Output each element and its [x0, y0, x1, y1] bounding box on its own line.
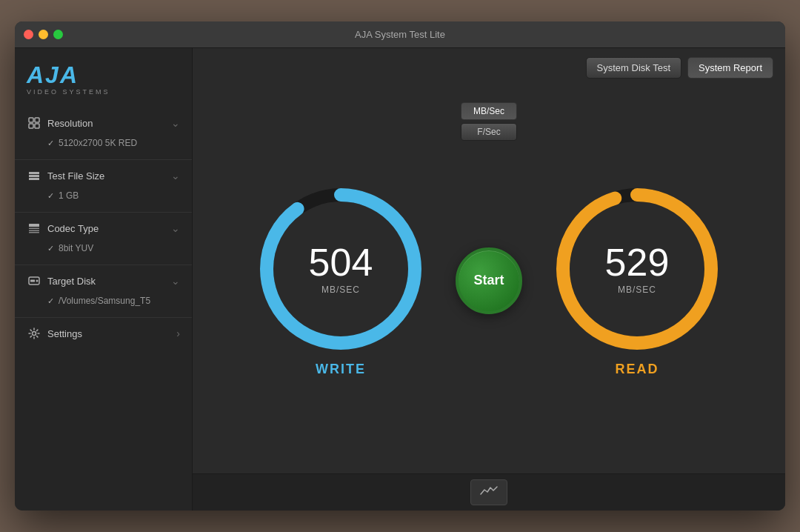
gauges-area: MB/Sec F/Sec 504 MB/SEC — [193, 87, 785, 473]
start-button-container: Start — [456, 247, 522, 314]
start-button[interactable]: Start — [456, 247, 522, 314]
svg-rect-10 — [29, 232, 39, 233]
sidebar-item-filesize[interactable]: Test File Size ⌄ — [15, 163, 192, 188]
sidebar-section-codec: Codec Type ⌄ ✓ 8bit YUV — [15, 216, 192, 262]
divider-2 — [15, 212, 192, 213]
svg-rect-7 — [29, 224, 39, 227]
read-gauge-container: 529 MB/SEC READ — [552, 184, 722, 377]
logo-area: AJA VIDEO SYSTEMS — [15, 57, 192, 110]
filesize-icon — [27, 168, 41, 183]
write-unit: MB/SEC — [321, 285, 360, 295]
read-gauge-ring: 529 MB/SEC — [552, 184, 722, 354]
divider-3 — [15, 265, 192, 265]
f-sec-button[interactable]: F/Sec — [461, 123, 517, 141]
disk-value-row: ✓ /Volumes/Samsung_T5 — [15, 293, 192, 311]
disk-check: ✓ — [47, 296, 54, 306]
svg-rect-6 — [29, 178, 39, 180]
sidebar-section-settings: Settings › — [15, 321, 192, 349]
app-window: AJA System Test Lite AJA VIDEO SYSTEMS — [15, 21, 785, 511]
write-gauge-container: 504 MB/SEC WRITE — [256, 184, 426, 377]
sidebar-item-codec[interactable]: Codec Type ⌄ — [15, 216, 192, 241]
write-gauge-ring: 504 MB/SEC — [256, 184, 426, 354]
divider-1 — [15, 159, 192, 160]
codec-chevron: ⌄ — [171, 222, 180, 234]
minimize-button[interactable] — [39, 30, 48, 39]
chart-button[interactable] — [470, 479, 507, 505]
disk-label: Target Disk — [47, 276, 171, 287]
fullscreen-button[interactable] — [53, 30, 63, 39]
disk-chevron: ⌄ — [171, 275, 180, 287]
unit-buttons: MB/Sec F/Sec — [461, 102, 517, 141]
codec-check: ✓ — [47, 244, 54, 253]
resolution-value-row: ✓ 5120x2700 5K RED — [15, 136, 192, 153]
svg-point-14 — [33, 332, 36, 336]
filesize-chevron: ⌄ — [171, 170, 180, 182]
resolution-icon — [27, 116, 41, 130]
svg-rect-4 — [29, 172, 39, 174]
aja-logo: AJA VIDEO SYSTEMS — [27, 63, 180, 96]
sidebar-section-disk: Target Disk ⌄ ✓ /Volumes/Samsung_T5 — [15, 268, 192, 314]
write-label: WRITE — [316, 362, 366, 377]
app-content: AJA VIDEO SYSTEMS Resolution — [15, 48, 785, 511]
sidebar-item-disk[interactable]: Target Disk ⌄ — [15, 268, 192, 293]
mb-sec-button[interactable]: MB/Sec — [461, 102, 517, 120]
codec-icon — [27, 221, 41, 236]
sidebar-item-resolution[interactable]: Resolution ⌄ — [15, 110, 192, 136]
resolution-chevron: ⌄ — [171, 117, 180, 129]
read-value: 529 — [605, 243, 670, 282]
svg-rect-0 — [29, 118, 33, 122]
svg-rect-8 — [29, 228, 39, 230]
write-gauge-center: 504 MB/SEC — [309, 243, 373, 295]
svg-rect-13 — [30, 280, 35, 282]
codec-label: Codec Type — [47, 223, 171, 234]
codec-value-row: ✓ 8bit YUV — [15, 241, 192, 259]
traffic-lights — [24, 30, 63, 39]
filesize-value-row: ✓ 1 GB — [15, 188, 192, 206]
settings-chevron: › — [176, 327, 180, 339]
sidebar: AJA VIDEO SYSTEMS Resolution — [15, 48, 193, 511]
codec-value: 8bit YUV — [59, 243, 93, 253]
window-title: AJA System Test Lite — [355, 29, 445, 40]
svg-rect-1 — [35, 118, 39, 122]
sidebar-item-settings[interactable]: Settings › — [15, 321, 192, 346]
system-report-button[interactable]: System Report — [687, 57, 773, 79]
svg-rect-2 — [29, 124, 33, 128]
read-label: READ — [615, 362, 659, 377]
resolution-value: 5120x2700 5K RED — [59, 138, 137, 148]
svg-rect-5 — [29, 175, 39, 177]
svg-rect-3 — [35, 124, 39, 128]
aja-logo-text: AJA — [27, 63, 180, 87]
sidebar-section-filesize: Test File Size ⌄ ✓ 1 GB — [15, 163, 192, 209]
resolution-label: Resolution — [47, 118, 171, 129]
gauges-row: 504 MB/SEC WRITE Start — [222, 184, 756, 377]
settings-icon — [27, 326, 41, 341]
close-button[interactable] — [24, 30, 33, 39]
top-bar: System Disk Test System Report — [193, 48, 785, 87]
write-value: 504 — [309, 243, 373, 282]
resolution-check: ✓ — [47, 139, 54, 148]
divider-4 — [15, 317, 192, 318]
read-unit: MB/SEC — [618, 285, 656, 295]
sidebar-section-resolution: Resolution ⌄ ✓ 5120x2700 5K RED — [15, 110, 192, 156]
aja-logo-subtitle: VIDEO SYSTEMS — [27, 88, 180, 96]
filesize-value: 1 GB — [59, 190, 79, 201]
settings-label: Settings — [47, 328, 176, 339]
svg-rect-9 — [29, 230, 39, 232]
read-gauge-center: 529 MB/SEC — [605, 243, 670, 295]
main-content: System Disk Test System Report MB/Sec F/… — [193, 48, 785, 511]
svg-point-12 — [36, 280, 39, 282]
title-bar: AJA System Test Lite — [15, 21, 785, 48]
filesize-label: Test File Size — [47, 170, 171, 182]
disk-icon — [27, 273, 41, 288]
system-disk-test-button[interactable]: System Disk Test — [586, 57, 681, 79]
bottom-bar — [193, 473, 785, 511]
disk-value: /Volumes/Samsung_T5 — [59, 296, 150, 306]
filesize-check: ✓ — [47, 191, 54, 201]
